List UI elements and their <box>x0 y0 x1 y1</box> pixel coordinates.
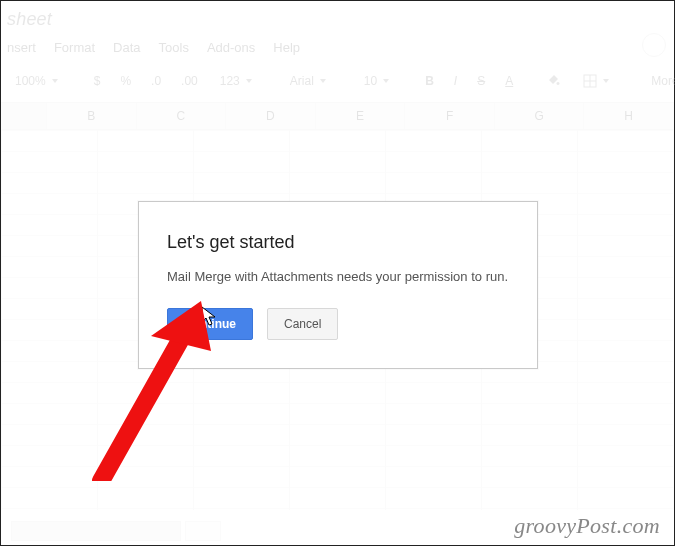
watermark: groovyPost.com <box>514 513 660 539</box>
dialog-buttons: Continue Cancel <box>167 308 509 340</box>
cancel-button[interactable]: Cancel <box>267 308 338 340</box>
dialog-title: Let's get started <box>167 232 509 253</box>
dialog-body: Mail Merge with Attachments needs your p… <box>167 269 509 284</box>
continue-button[interactable]: Continue <box>167 308 253 340</box>
permission-dialog: Let's get started Mail Merge with Attach… <box>138 201 538 369</box>
